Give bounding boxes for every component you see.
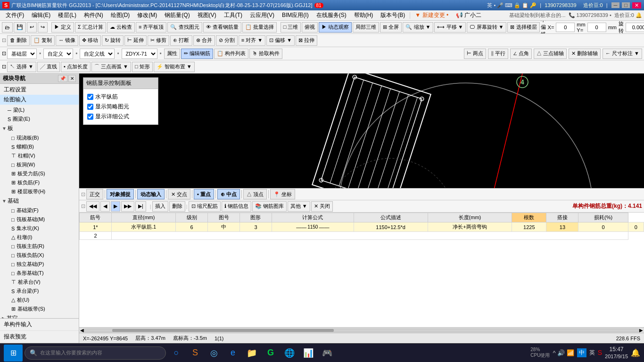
tree-item-stripfound[interactable]: □条形基础(T) xyxy=(0,269,79,278)
rebar-insert[interactable]: 插入 xyxy=(152,201,168,212)
menu-file[interactable]: 文件(F) xyxy=(2,10,28,20)
minimize-btn[interactable]: ─ xyxy=(611,2,620,8)
ime-indicator[interactable]: 中 xyxy=(577,348,586,357)
tool-mic[interactable]: 🎤 xyxy=(497,2,504,8)
rebar-nav-last[interactable]: ▶▶ xyxy=(121,201,134,212)
tree-item-slabsteel[interactable]: ⊞板受力筋(S) xyxy=(0,169,79,178)
rebar-other[interactable]: 其他 ▼ xyxy=(288,201,310,212)
tb-rotate[interactable]: ↻ 旋转 xyxy=(102,35,124,46)
menu-newchange[interactable]: ▼ 新建变更 • xyxy=(411,10,452,20)
taskbar-app-g[interactable]: G xyxy=(262,345,279,362)
close-btn[interactable]: ✕ xyxy=(632,2,641,8)
panel-close[interactable]: ✕ xyxy=(68,75,76,82)
menu-rebar[interactable]: 钢筋量(Q) xyxy=(161,10,193,20)
y-input[interactable] xyxy=(587,23,606,32)
menu-service[interactable]: 在线服务(S) xyxy=(313,10,350,20)
tb-dim-note[interactable]: ← 尺寸标注 ▼ xyxy=(603,49,642,59)
notification-btn[interactable]: 🔔 xyxy=(631,348,640,357)
menu-component[interactable]: 构件(N) xyxy=(80,10,107,20)
chk-detail[interactable] xyxy=(87,114,93,120)
tree-item-raftneg[interactable]: □筏板负筋(X) xyxy=(0,251,79,260)
tb-rotate-screen[interactable]: 🖵 屏幕旋转 ▼ xyxy=(467,22,506,33)
taskbar-app-chart[interactable]: 📊 xyxy=(300,345,317,362)
tree-item-cap[interactable]: S螺帽(B) xyxy=(0,142,79,151)
tree-group-slab[interactable]: ▼板 xyxy=(0,123,79,133)
table-row[interactable]: 2 xyxy=(80,232,644,240)
tb-pan[interactable]: ⟷ 平移 ▼ xyxy=(434,22,466,33)
menu-cloud[interactable]: 云应用(V) xyxy=(246,10,278,20)
snap-center[interactable]: ⊕ 中点 xyxy=(217,189,240,199)
lang-indicator[interactable]: 英 xyxy=(589,349,595,357)
menu-help[interactable]: 帮助(H) xyxy=(350,10,377,20)
tb-component-list[interactable]: 📋 构件列表 xyxy=(214,49,248,59)
tb-local3d[interactable]: 局部三维 xyxy=(353,22,379,33)
tb-move[interactable]: ✥ 移动 xyxy=(79,35,101,46)
tb-find[interactable]: 🔍 查找图元 xyxy=(167,22,202,33)
tree-item-pier[interactable]: △柱墩(I) xyxy=(0,233,79,242)
tool-lang[interactable]: 英 xyxy=(487,2,492,9)
tree-item-pilecap[interactable]: ⊤桩承台(V) xyxy=(0,278,79,287)
tb-arc[interactable]: ⌒ 三点画弧 ▼ xyxy=(91,62,131,72)
start-button[interactable]: ⊞ xyxy=(4,345,23,362)
section-project-settings[interactable]: 工程设置 xyxy=(0,85,79,95)
tree-item-pit[interactable]: S集水坑(K) xyxy=(0,224,79,233)
menu-floor[interactable]: 楼层(L) xyxy=(54,10,80,20)
code-select[interactable]: ZDYX-71 xyxy=(122,49,157,59)
checkbox-simple[interactable]: 显示简略图元 xyxy=(87,102,154,112)
menu-modify[interactable]: 修改(M) xyxy=(133,10,161,20)
section-drawing-input[interactable]: 绘图输入 xyxy=(0,95,79,105)
tool-key[interactable]: 🔑 xyxy=(530,2,537,8)
menu-version[interactable]: 版本号(B) xyxy=(377,10,409,20)
tree-group-other[interactable]: ▶其它 xyxy=(0,313,79,318)
tree-item-raftmain[interactable]: □筏板主筋(R) xyxy=(0,242,79,251)
tb-dynamic[interactable]: ▶ 动态观察 xyxy=(319,22,352,33)
tb-3d[interactable]: □ 三维 xyxy=(281,22,301,33)
tb-copy[interactable]: 📋 复制 xyxy=(31,35,55,46)
tree-item-isolatefound[interactable]: □独立基础(P) xyxy=(0,260,79,269)
menu-edit[interactable]: 编辑(E) xyxy=(28,10,54,20)
line-select[interactable]: 自定义线 xyxy=(80,49,115,59)
tree-item-foundbeam[interactable]: □基础梁(F) xyxy=(0,206,79,215)
tb-delete[interactable]: 🗑 删除 xyxy=(7,35,30,46)
rebar-close[interactable]: ✕ 关闭 xyxy=(311,201,333,212)
tb-offset[interactable]: ⊡ 偏移 ▼ xyxy=(266,35,295,46)
tb-batch-select[interactable]: 📋 批量选择 xyxy=(242,22,277,33)
tree-item-floorband[interactable]: ⊞楼层板带(H) xyxy=(0,187,79,196)
rebar-library[interactable]: 📚 钢筋图库 xyxy=(252,201,287,212)
tb-fullscreen[interactable]: ⊞ 全屏 xyxy=(380,22,402,33)
3d-canvas[interactable]: X Y Z xyxy=(79,74,644,188)
tb-sum[interactable]: Σ 汇总计算 xyxy=(75,22,106,33)
tree-item-slabhole[interactable]: □板洞(W) xyxy=(0,160,79,169)
menu-brand2[interactable]: 📢 广小二 xyxy=(452,10,485,20)
define-select[interactable]: 自定义 xyxy=(43,49,73,59)
tb-point-length[interactable]: • 点加长度 xyxy=(61,62,91,72)
tb-stretch[interactable]: ⊠ 拉伸 xyxy=(296,35,317,46)
report-preview-btn[interactable]: 报表预览 xyxy=(0,331,79,343)
tree-item-foundband[interactable]: ⊞基础板带(S) xyxy=(0,304,79,313)
tb-redo[interactable]: ↪ xyxy=(38,22,48,33)
single-input-btn[interactable]: 单构件输入 xyxy=(0,319,79,331)
taskbar-app-game[interactable]: 🎮 xyxy=(319,345,336,362)
rebar-nav-next[interactable]: ▶ xyxy=(111,201,120,212)
tb-align-top[interactable]: ≡ 齐平板顶 xyxy=(136,22,166,33)
taskbar-app-file[interactable]: 📁 xyxy=(243,345,260,362)
panel-pin[interactable]: 📌 xyxy=(58,75,67,82)
tb-select[interactable]: ↖ 选择 ▼ xyxy=(7,62,36,72)
tb-props[interactable]: 属性 xyxy=(164,49,180,59)
tb-two-points[interactable]: ⊢ 两点 xyxy=(464,49,486,59)
snap-object-capture[interactable]: 对象捕捉 xyxy=(107,189,134,199)
tb-three-point-aux[interactable]: △ 三点辅轴 xyxy=(534,49,567,59)
menu-draw[interactable]: 绘图(D) xyxy=(107,10,134,20)
snap-dynamic-input[interactable]: 动态输入 xyxy=(137,189,165,199)
tree-item-slabneg[interactable]: ⊞板负筋(F) xyxy=(0,178,79,187)
taskbar-app-ie[interactable]: e xyxy=(224,345,241,362)
menu-view[interactable]: 视图(V) xyxy=(194,10,220,20)
tb-define[interactable]: ▶ 定义 xyxy=(51,22,74,33)
tb-parallel[interactable]: ∥ 平行 xyxy=(488,49,508,59)
tb-zoom[interactable]: 🔍 缩放 ▼ xyxy=(403,22,433,33)
tb-cloud-check[interactable]: ☁ 云检查 xyxy=(107,22,135,33)
tb-align[interactable]: ≡ 对齐 ▼ xyxy=(239,35,265,46)
rebar-info[interactable]: ℹ 钢筋信息 xyxy=(222,201,251,212)
tool-keyboard[interactable]: ⌨ xyxy=(505,2,512,8)
rotate-input[interactable] xyxy=(626,23,644,32)
